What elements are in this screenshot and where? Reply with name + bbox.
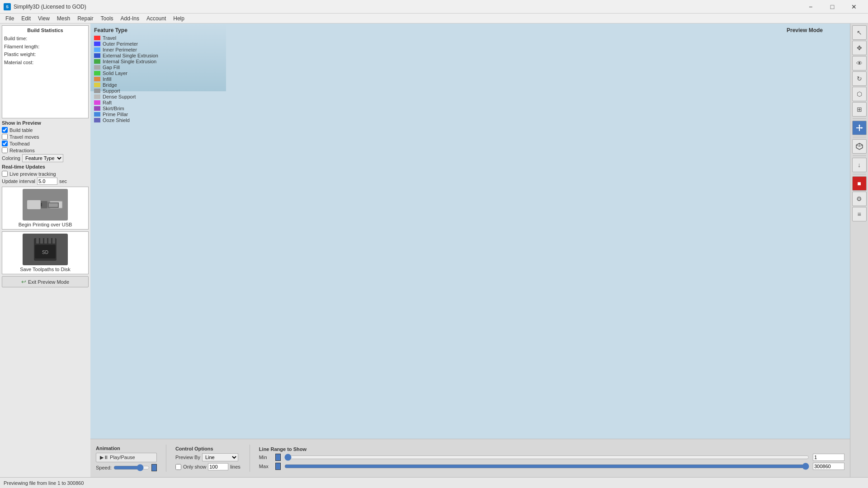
sec-label: sec [59, 178, 67, 184]
legend-color-swatch [94, 77, 100, 81]
app-icon: S [4, 3, 11, 10]
live-preview-checkbox[interactable] [2, 171, 8, 177]
svg-text:SD: SD [42, 250, 48, 255]
axis-icon[interactable] [852, 121, 867, 135]
legend-item-label: External Single Extrusion [103, 53, 158, 58]
move-icon[interactable]: ✥ [852, 41, 867, 55]
exit-preview-button[interactable]: ↩ Exit Preview Mode [2, 276, 89, 287]
sd-icon: SD [25, 236, 66, 263]
arrow-down-icon[interactable]: ↓ [852, 158, 867, 172]
svg-rect-2 [29, 201, 47, 208]
toolhead-checkbox[interactable] [2, 141, 8, 146]
svg-line-99 [856, 145, 859, 146]
realtime-title: Real-time Updates [2, 164, 89, 169]
red-object-icon[interactable]: ■ [852, 176, 867, 191]
build-stats-box: Build time: Filament length: Plastic wei… [4, 35, 86, 116]
cube-icon[interactable]: ⬡ [852, 87, 867, 101]
usb-print-button[interactable]: Begin Printing over USB [2, 187, 89, 230]
minimize-button[interactable]: − [800, 0, 821, 14]
max-spinbox[interactable] [813, 463, 844, 470]
legend-item-prime-pillar: Prime Pillar [94, 112, 158, 117]
divider-1 [166, 445, 166, 472]
separator-3 [853, 155, 866, 156]
max-label: Max [259, 464, 272, 469]
scale-icon[interactable]: ⊞ [852, 102, 867, 117]
retractions-row: Retractions [2, 147, 89, 153]
travel-moves-checkbox[interactable] [2, 134, 8, 140]
menu-account[interactable]: Account [143, 14, 170, 23]
legend-item-dense-support: Dense Support [94, 94, 158, 99]
animation-title: Animation [96, 446, 157, 451]
min-range-row: Min [259, 454, 844, 461]
view-icon[interactable]: 👁 [852, 56, 867, 70]
legend-item-label: Raft [103, 100, 112, 105]
coloring-label: Coloring [2, 155, 20, 161]
update-interval-row: Update interval sec [2, 178, 89, 185]
menu-repair[interactable]: Repair [74, 14, 97, 23]
travel-moves-row: Travel moves [2, 134, 89, 140]
viewport[interactable]: + [90, 23, 850, 439]
build-table-checkbox[interactable] [2, 127, 8, 133]
build-statistics-panel: Build Statistics Build time: Filament le… [2, 25, 89, 118]
legend-color-swatch [94, 106, 100, 111]
material-cost-label: Material cost: [4, 59, 86, 67]
svg-rect-0 [27, 198, 52, 211]
show-in-preview-title: Show in Preview [2, 120, 89, 126]
only-show-checkbox[interactable] [175, 464, 181, 470]
legend-item-label: Skirt/Brim [103, 106, 124, 111]
legend-item-label: Inner Perimeter [103, 47, 137, 52]
update-interval-input[interactable] [37, 178, 57, 185]
legend-item-label: Support [103, 88, 120, 94]
min-handle [275, 454, 281, 461]
play-pause-button[interactable]: ▶⏸ Play/Pause [96, 453, 157, 462]
left-panel: Build Statistics Build time: Filament le… [0, 23, 90, 477]
line-range-section: Line Range to Show Min Max [259, 446, 844, 470]
preview-by-row: Preview By Line Layer Feature [175, 453, 241, 461]
preview-by-select[interactable]: Line Layer Feature [202, 453, 238, 461]
menu-mesh[interactable]: Mesh [53, 14, 74, 23]
legend-item-external-single-extrusion: External Single Extrusion [94, 53, 158, 58]
menu-view[interactable]: View [34, 14, 53, 23]
svg-rect-7 [40, 238, 43, 244]
menu-tools[interactable]: Tools [97, 14, 117, 23]
menu-file[interactable]: File [2, 14, 18, 23]
legend-item-label: Ooze Shield [103, 117, 130, 123]
titlebar-controls[interactable]: − □ ✕ [800, 0, 864, 14]
menu-help[interactable]: Help [170, 14, 188, 23]
legend-item-ooze-shield: Ooze Shield [94, 117, 158, 123]
svg-line-98 [859, 145, 863, 146]
legend-item-travel: Travel [94, 35, 158, 41]
line-range-title: Line Range to Show [259, 446, 844, 452]
retractions-label: Retractions [9, 148, 35, 153]
max-range-slider[interactable] [284, 463, 809, 470]
rotate-icon[interactable]: ↻ [852, 71, 867, 86]
svg-rect-9 [48, 238, 51, 244]
toolhead-row: Toolhead [2, 141, 89, 146]
speed-slider[interactable] [113, 464, 150, 471]
legend-color-swatch [94, 59, 100, 64]
min-range-slider[interactable] [284, 454, 809, 461]
menu-edit[interactable]: Edit [18, 14, 34, 23]
min-spinbox[interactable] [813, 454, 844, 461]
layers-icon[interactable]: ≡ [852, 207, 867, 221]
speed-handle [151, 464, 157, 471]
build-time-label: Build time: [4, 35, 86, 43]
only-show-input[interactable] [208, 463, 228, 470]
legend-color-swatch [94, 71, 100, 75]
retractions-checkbox[interactable] [2, 147, 8, 153]
cube3d-icon[interactable] [852, 139, 867, 154]
coloring-select[interactable]: Feature Type Layer Speed Temperature Fan… [22, 154, 63, 162]
legend-color-swatch [94, 118, 100, 122]
maximize-button[interactable]: □ [822, 0, 843, 14]
close-button[interactable]: ✕ [844, 0, 864, 14]
legend-item-outer-perimeter: Outer Perimeter [94, 41, 158, 47]
legend-color-swatch [94, 83, 100, 87]
preview-by-label: Preview By [175, 455, 200, 460]
svg-rect-3 [31, 203, 37, 206]
cursor-icon[interactable]: ↖ [852, 25, 867, 40]
legend-item-label: Infill [103, 76, 112, 82]
separator-2 [853, 137, 866, 137]
gear-icon[interactable]: ⚙ [852, 192, 867, 206]
menu-addins[interactable]: Add-Ins [117, 14, 143, 23]
sd-card-button[interactable]: SD Save Toolpaths to Disk [2, 231, 89, 274]
